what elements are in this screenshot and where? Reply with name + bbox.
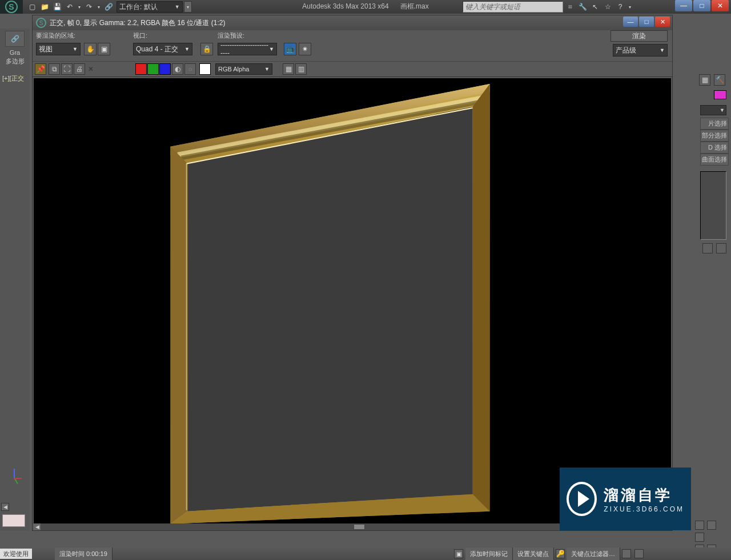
link-icon[interactable]: 🔗 [103, 1, 114, 13]
red-channel-button[interactable] [135, 63, 147, 75]
clone-window-icon[interactable]: ⛶ [61, 63, 73, 75]
chevron-down-icon: ▼ [269, 46, 274, 52]
redo-icon[interactable]: ↷ [83, 1, 95, 13]
modifier-dropdown[interactable]: ▼ [700, 105, 726, 115]
rfw-maximize-button[interactable]: □ [639, 17, 654, 27]
set-keypoint-button[interactable]: 设置关键点 [513, 547, 554, 560]
alpha-channel-icon[interactable]: ○ [184, 63, 196, 75]
triangle-icon [578, 491, 589, 507]
key-filter-button[interactable]: 关键点过滤器… [567, 547, 620, 560]
blue-channel-button[interactable] [159, 63, 171, 75]
panel-toggle-icon[interactable]: ▦ [699, 74, 710, 86]
region-auto-icon[interactable]: ▣ [98, 43, 110, 55]
open-file-icon[interactable]: 📁 [39, 1, 50, 13]
rfw-toolbar-row2: 📌 ⧉ ⛶ 🖨 ✕ ◐ ○ RGB Alpha▼ ▦ ▥ [33, 61, 672, 77]
render-time-value: 0:00:19 [86, 550, 107, 557]
help-icon[interactable]: ? [614, 1, 626, 13]
nav-btn-icon[interactable] [695, 521, 704, 530]
add-time-tag-button[interactable]: 添加时间标记 [465, 547, 513, 560]
rfw-icon: S [36, 18, 46, 28]
sel-mode-item[interactable]: 片选择 [700, 118, 729, 130]
render-area-dropdown[interactable]: 视图▼ [36, 43, 81, 55]
save-image-icon[interactable]: 📌 [35, 63, 46, 75]
search-input[interactable]: 键入关键字或短语 [463, 1, 563, 13]
render-output-viewport[interactable] [34, 78, 671, 523]
environment-icon[interactable]: ✷ [299, 43, 311, 55]
new-file-icon[interactable]: ▢ [26, 1, 38, 13]
search-placeholder: 键入关键字或短语 [465, 2, 520, 12]
nav-btn-icon[interactable] [707, 521, 716, 530]
chevron-down-icon: ▼ [184, 46, 190, 52]
svg-marker-1 [188, 107, 473, 511]
axis-x-icon [14, 478, 22, 479]
workspace-dropdown[interactable]: 工作台: 默认 ▼ [117, 1, 183, 13]
rfw-title-text: 正交, 帧 0, 显示 Gamma: 2.2, RGBA 颜色 16 位/通道 … [50, 18, 225, 28]
sel-mode-item[interactable]: D 选择 [700, 142, 729, 154]
stack-btn-2-icon[interactable] [716, 243, 726, 253]
close-button[interactable]: ✕ [712, 0, 729, 11]
mono-channel-icon[interactable]: ◐ [172, 63, 183, 75]
viewport-dropdown[interactable]: Quad 4 - 正交▼ [133, 43, 192, 55]
nav-btn-icon[interactable] [695, 533, 704, 542]
render-button[interactable]: 渲染 [610, 30, 668, 42]
star-icon[interactable]: ☆ [602, 1, 613, 13]
watermark-line2: ZIXUE.3D66.COM [604, 505, 684, 513]
status-btn-icon[interactable] [622, 549, 631, 558]
render-setup-icon[interactable]: 📺 [284, 43, 296, 55]
maximize-button[interactable]: □ [693, 0, 710, 11]
production-dropdown[interactable]: 产品级▼ [613, 44, 668, 57]
sel-mode-item[interactable]: 部分选择 [700, 130, 729, 142]
render-time-cell: 渲染时间 0:00:19 [55, 547, 113, 560]
rfw-titlebar[interactable]: S 正交, 帧 0, 显示 Gamma: 2.2, RGBA 颜色 16 位/通… [33, 15, 672, 30]
green-channel-button[interactable] [147, 63, 159, 75]
color-picker-swatch[interactable] [199, 63, 211, 75]
preset-dropdown[interactable]: -------------------------▼ [218, 43, 277, 55]
toolbox-icon[interactable]: ⌗ [564, 1, 576, 13]
watermark-line1: 溜溜自学 [604, 485, 684, 505]
copy-image-icon[interactable]: ⧉ [49, 63, 60, 75]
rfw-minimize-button[interactable]: — [623, 17, 638, 27]
clear-image-icon[interactable]: ✕ [85, 63, 97, 75]
workspace-options-button[interactable]: ▾ [184, 1, 192, 13]
toggle-ui-icon[interactable]: ▥ [295, 63, 307, 75]
time-tag-icon[interactable]: ▣ [454, 549, 463, 558]
minimize-button[interactable]: — [675, 0, 692, 11]
help-dropdown-icon[interactable]: ▾ [627, 1, 633, 13]
redo-dropdown-icon[interactable]: ▾ [96, 1, 102, 13]
undo-icon[interactable]: ↶ [64, 1, 75, 13]
watermark-text: 溜溜自学 ZIXUE.3D66.COM [604, 485, 684, 513]
channel-dropdown[interactable]: RGB Alpha▼ [215, 63, 272, 75]
color-swatch[interactable] [714, 90, 726, 99]
rfw-toolbar-row1: 要渲染的区域: 视口: 渲染预设: 视图▼ ✋ ▣ Quad 4 - 正交▼ 🔒… [33, 30, 672, 61]
key-icon[interactable]: 🔑 [556, 549, 565, 558]
preset-value: ------------------------- [220, 41, 269, 57]
production-value: 产品级 [616, 46, 636, 55]
scrollbar-thumb[interactable] [354, 524, 365, 530]
viewport-label[interactable]: [+][正交 [2, 74, 24, 83]
link-tool-icon[interactable]: 🔗 [5, 31, 25, 47]
print-icon[interactable]: 🖨 [74, 63, 85, 75]
save-icon[interactable]: 💾 [51, 1, 63, 13]
rfw-close-button[interactable]: ✕ [655, 17, 670, 27]
mini-thumbnail[interactable] [2, 514, 25, 527]
axis-gizmo [8, 469, 25, 486]
sel-mode-item[interactable]: 曲面选择 [700, 154, 729, 166]
render-frame-window: S 正交, 帧 0, 显示 Gamma: 2.2, RGBA 颜色 16 位/通… [32, 15, 673, 531]
stack-btn-1-icon[interactable] [702, 243, 713, 253]
chevron-down-icon: ▼ [73, 46, 78, 52]
region-edit-icon[interactable]: ✋ [84, 43, 97, 55]
pointer-icon[interactable]: ↖ [589, 1, 601, 13]
status-btn-icon[interactable] [634, 549, 644, 558]
scroll-left-icon[interactable]: ◀ [1, 503, 9, 511]
channel-value: RGB Alpha [218, 66, 249, 72]
hammer-icon[interactable]: 🔨 [714, 74, 725, 86]
app-menu-button[interactable]: S [0, 0, 23, 14]
lock-viewport-button[interactable]: 🔒 [200, 43, 213, 55]
left-tab-label: Gra [0, 49, 30, 56]
scroll-left-icon[interactable]: ◀ [34, 523, 41, 530]
undo-dropdown-icon[interactable]: ▾ [77, 1, 82, 13]
wrench-icon[interactable]: 🔧 [577, 1, 588, 13]
render-time-label: 渲染时间 [59, 550, 85, 558]
toggle-overlay-icon[interactable]: ▦ [283, 63, 294, 75]
modifier-stack-list[interactable] [700, 171, 726, 240]
